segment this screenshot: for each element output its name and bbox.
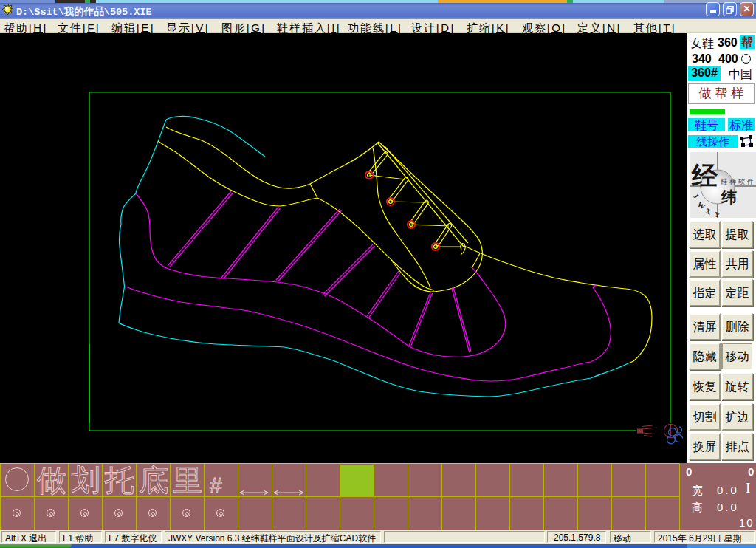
svg-text:经: 经 [691, 162, 718, 191]
svg-text:X: X [704, 207, 713, 216]
svg-text:J: J [692, 192, 701, 200]
svg-text:纬: 纬 [721, 188, 737, 206]
svg-text:W: W [695, 200, 707, 211]
svg-text:鞋样软件: 鞋样软件 [720, 178, 756, 185]
svg-text:Y: Y [714, 210, 721, 218]
